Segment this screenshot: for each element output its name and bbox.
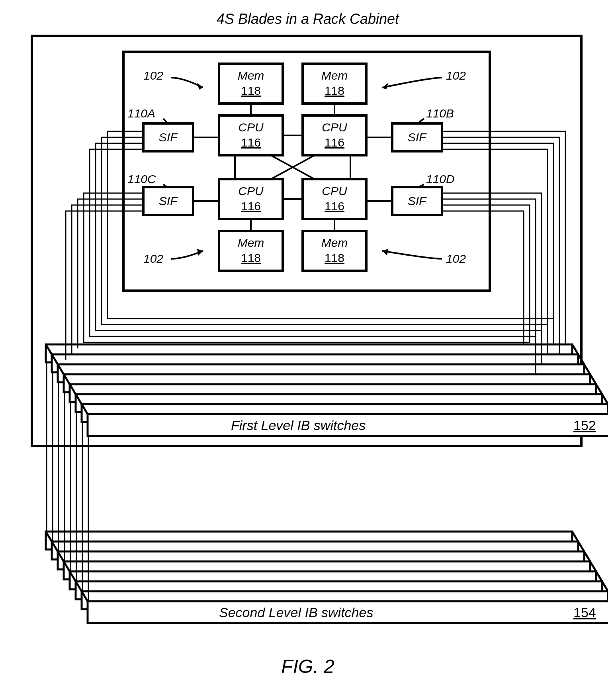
svg-text:SIF: SIF	[159, 131, 178, 144]
svg-text:Mem: Mem	[238, 69, 264, 82]
svg-text:116: 116	[325, 136, 344, 149]
sif-box-c: SIF	[143, 187, 193, 215]
mem-box-bottom-left: Mem 118	[219, 231, 283, 271]
cpu-box-top-right: CPU 116	[303, 115, 366, 155]
svg-text:118: 118	[241, 251, 261, 264]
svg-text:CPU: CPU	[238, 184, 264, 197]
arrow-102-br	[382, 251, 442, 259]
svg-text:152: 152	[573, 418, 596, 433]
ref-102-tl: 102	[143, 69, 163, 82]
sif-box-a: SIF	[143, 123, 193, 151]
cpu-box-bottom-right: CPU 116	[303, 179, 366, 219]
svg-marker-32	[197, 83, 203, 90]
svg-text:First Level IB switches: First Level IB switches	[231, 418, 366, 433]
mem-box-top-right: Mem 118	[303, 64, 366, 104]
svg-text:118: 118	[241, 84, 261, 97]
svg-text:SIF: SIF	[408, 194, 427, 207]
svg-text:154: 154	[573, 605, 596, 620]
cpu-box-bottom-left: CPU 116	[219, 179, 283, 219]
svg-text:Mem: Mem	[321, 236, 348, 249]
first-level-switches-stack: First Level IB switches 152	[46, 344, 608, 436]
svg-text:Mem: Mem	[321, 69, 348, 82]
figure-caption: FIG. 2	[281, 656, 334, 677]
svg-text:118: 118	[325, 84, 344, 97]
diagram-figure: 4S Blades in a Rack Cabinet Mem 118 Mem …	[8, 8, 608, 686]
svg-marker-34	[197, 249, 203, 256]
sif-box-b: SIF	[392, 123, 442, 151]
svg-text:118: 118	[325, 251, 344, 264]
ref-102-tr: 102	[446, 69, 466, 82]
svg-text:Mem: Mem	[238, 236, 264, 249]
svg-text:116: 116	[241, 199, 261, 213]
mem-box-top-left: Mem 118	[219, 64, 283, 104]
mem-box-bottom-right: Mem 118	[303, 231, 366, 271]
ref-110d: 110D	[426, 172, 455, 186]
second-level-switches-stack: Second Level IB switches 154	[46, 532, 608, 623]
svg-text:116: 116	[325, 199, 344, 213]
ref-110a: 110A	[127, 107, 155, 120]
arrow-102-tr	[382, 78, 442, 88]
svg-text:CPU: CPU	[322, 121, 347, 134]
svg-text:Second Level IB switches: Second Level IB switches	[219, 605, 373, 620]
svg-text:SIF: SIF	[159, 194, 178, 207]
svg-text:116: 116	[241, 136, 261, 149]
svg-text:CPU: CPU	[238, 121, 264, 134]
ref-102-br: 102	[446, 252, 466, 265]
cpu-box-top-left: CPU 116	[219, 115, 283, 155]
ref-110c: 110C	[127, 172, 156, 186]
svg-marker-35	[382, 249, 388, 256]
ref-110b: 110B	[426, 107, 454, 120]
diagram-title: 4S Blades in a Rack Cabinet	[217, 11, 400, 27]
svg-text:SIF: SIF	[408, 131, 427, 144]
ref-102-bl: 102	[143, 252, 163, 265]
svg-text:CPU: CPU	[322, 184, 347, 197]
sif-box-d: SIF	[392, 187, 442, 215]
